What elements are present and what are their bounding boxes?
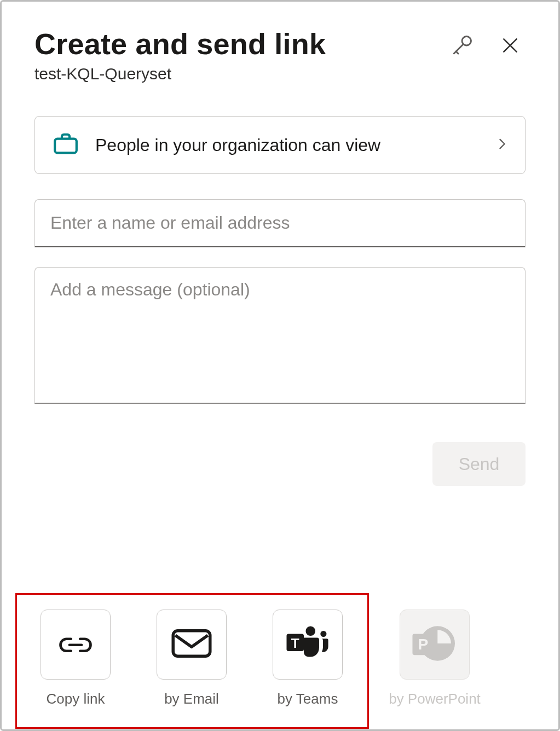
svg-rect-1 [55, 139, 77, 153]
briefcase-icon [50, 129, 81, 161]
svg-text:P: P [418, 635, 428, 653]
powerpoint-label: by PowerPoint [389, 691, 481, 707]
dialog-subtitle: test-KQL-Queryset [34, 65, 448, 83]
link-icon [57, 631, 94, 658]
permissions-key-button[interactable] [448, 31, 476, 60]
title-block: Create and send link test-KQL-Queryset [34, 28, 448, 83]
mail-icon [171, 628, 212, 661]
svg-rect-2 [173, 631, 210, 656]
svg-text:T: T [291, 636, 299, 651]
recipient-input[interactable] [34, 199, 526, 247]
close-button[interactable] [497, 32, 523, 59]
powerpoint-icon: P [410, 623, 459, 666]
send-row: Send [34, 442, 526, 486]
chevron-right-icon [494, 136, 510, 154]
svg-point-5 [306, 626, 316, 636]
email-label: by Email [164, 691, 219, 707]
dialog-title: Create and send link [34, 28, 448, 60]
teams-icon: T [284, 624, 331, 665]
copy-link-button[interactable] [41, 610, 111, 680]
message-input[interactable] [34, 267, 526, 404]
copy-link-label: Copy link [47, 691, 105, 707]
share-option-teams: T by Teams [267, 610, 349, 707]
permission-text: People in your organization can view [95, 134, 480, 157]
svg-point-6 [320, 631, 326, 637]
close-icon [499, 34, 521, 56]
share-option-powerpoint: P by PowerPoint [394, 610, 476, 707]
share-option-copy-link: Copy link [34, 610, 117, 707]
dialog-header: Create and send link test-KQL-Queryset [34, 28, 526, 83]
key-icon [450, 33, 474, 57]
teams-button[interactable]: T [273, 610, 343, 680]
send-button[interactable]: Send [432, 442, 526, 486]
share-dialog: Create and send link test-KQL-Queryset [0, 0, 560, 731]
teams-label: by Teams [278, 691, 338, 707]
share-options-row: Copy link by Email T [34, 610, 526, 707]
powerpoint-button[interactable]: P [400, 610, 470, 680]
header-actions [448, 31, 523, 60]
link-permission-selector[interactable]: People in your organization can view [34, 116, 526, 174]
share-option-email: by Email [151, 610, 233, 707]
email-button[interactable] [157, 610, 227, 680]
